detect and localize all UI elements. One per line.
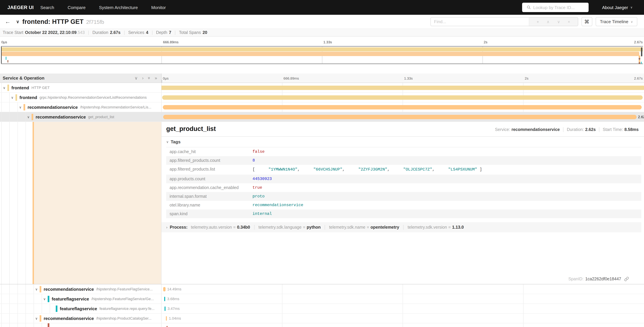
span-detail-main: get_product_list Service:recommendations…	[162, 122, 644, 284]
json-string: "1YMWWN1N4O"	[268, 167, 298, 172]
process-value: python	[307, 225, 321, 230]
find-controls: ⌖ ∧ ∨ ×	[529, 18, 578, 26]
minimap-range-handle-right[interactable]	[641, 47, 642, 56]
span-row-recommendation-list[interactable]: ∨ recommendationservice /hipstershop.Rec…	[0, 102, 644, 112]
span-row-frontend-grpc[interactable]: ∨ frontend grpc.hipstershop.Recommendati…	[0, 93, 644, 102]
trace-summary-bar: Trace Start October 22 2022, 22:10:09 .5…	[0, 28, 644, 36]
span-bar-cell[interactable]	[162, 323, 644, 327]
find-next-icon[interactable]: ∨	[557, 19, 560, 24]
span-bar-cell[interactable]: 1.04ms	[162, 314, 644, 323]
nav-item-search[interactable]: Search	[34, 5, 61, 10]
span-detail-panel: get_product_list Service:recommendations…	[0, 122, 644, 284]
tag-key: app.filtered_products.list	[170, 167, 252, 172]
summary-value: 7	[169, 30, 171, 35]
back-button[interactable]: ←	[0, 18, 16, 25]
span-bar-cell[interactable]: 2.62s	[162, 112, 644, 122]
span-bar[interactable]	[163, 105, 642, 110]
expand-one-icon[interactable]: ›	[142, 76, 144, 80]
tag-key: span.kind	[170, 212, 252, 216]
minimap-canvas[interactable]	[1, 46, 643, 64]
span-collapse-icon[interactable]: ∨	[2, 86, 7, 90]
trace-minimap: 0μs 666.89ms 1.33s 2s 2.67s	[0, 36, 644, 66]
service-color-bar	[24, 104, 25, 110]
about-jaeger-label: About Jaeger	[602, 5, 628, 10]
find-input[interactable]	[430, 18, 529, 26]
span-bar[interactable]	[166, 326, 168, 327]
expand-all-icon[interactable]: »	[155, 76, 157, 80]
span-row-partial[interactable]	[0, 323, 644, 327]
span-collapse-icon[interactable]: ∨	[42, 297, 47, 301]
minimap-span-tick	[639, 62, 640, 64]
operation-name: /hipstershop.ProductCatalogSer...	[96, 316, 152, 320]
trace-id-lookup-input[interactable]	[533, 5, 586, 10]
summary-value: 2.67s	[110, 30, 120, 35]
nav-item-system-architecture[interactable]: System Architecture	[92, 5, 144, 10]
tag-value: true	[252, 185, 638, 190]
find-target-icon[interactable]: ⌖	[537, 19, 539, 24]
span-collapse-icon[interactable]: ∨	[10, 96, 15, 99]
timeline-header: Service & Operation ∨ › » » ∥ 0μs 666.89…	[0, 74, 644, 83]
collapse-all-icon[interactable]: »	[146, 77, 152, 79]
about-jaeger-menu[interactable]: About Jaeger ∨	[602, 5, 632, 10]
service-name: frontend	[20, 95, 37, 100]
span-row-frontend-http-get[interactable]: ∨ frontend HTTP GET	[0, 83, 644, 93]
span-bar[interactable]	[162, 86, 644, 90]
nav-item-monitor[interactable]: Monitor	[144, 5, 172, 10]
process-value: opentelemetry	[370, 225, 399, 230]
json-string: "OLJCESPC7Z"	[403, 167, 432, 172]
span-bar-cell[interactable]	[162, 102, 644, 112]
find-prev-icon[interactable]: ∧	[547, 19, 550, 24]
tick-label: 1.33s	[323, 40, 332, 44]
operation-name: /hipstershop.FeatureFlagService/Ge...	[92, 297, 154, 301]
span-row-featureflag-get[interactable]: ∨ featureflagservice /hipstershop.Featur…	[0, 294, 644, 304]
minimap-span-tick	[641, 62, 642, 64]
span-bar[interactable]	[163, 115, 636, 119]
minimap-span-frontend-grpc	[2, 52, 639, 56]
app-brand[interactable]: JAEGER UI	[8, 5, 34, 10]
span-bar[interactable]	[166, 316, 167, 320]
span-row-get-product-list[interactable]: ∨ recommendationservice get_product_list…	[0, 112, 644, 122]
span-collapse-icon[interactable]: ∨	[18, 105, 23, 109]
indent-guides	[0, 112, 26, 122]
collapse-one-icon[interactable]: ∨	[134, 76, 138, 80]
trace-view-select[interactable]: Trace Timeline ∨	[596, 17, 637, 26]
link-icon[interactable]	[624, 277, 629, 281]
trace-collapse-icon[interactable]: ∨	[16, 19, 19, 24]
trace-title-text: frontend: HTTP GET	[22, 18, 84, 25]
top-nav: JAEGER UI Search Compare System Architec…	[0, 0, 644, 15]
tag-value: internal	[252, 212, 638, 216]
minimap-range-handle-left[interactable]	[1, 47, 2, 64]
span-bar[interactable]	[164, 297, 165, 301]
indent-guides	[0, 102, 18, 112]
span-bar-cell[interactable]: 14.49ms	[162, 284, 644, 294]
summary-value: 4	[146, 30, 148, 35]
span-row-featureflag-repo-query[interactable]: featureflagservice featureflagservice.re…	[0, 304, 644, 314]
span-row-reco-featureflag[interactable]: ∨ recommendationservice /hipstershop.Fea…	[0, 284, 644, 294]
tags-section-toggle[interactable]: ∨ Tags	[162, 137, 644, 146]
span-bar-cell[interactable]: 3.47ms	[162, 304, 644, 313]
process-section-toggle[interactable]: › Process: telemetry.auto.version=0.34b0…	[162, 222, 641, 232]
span-row-reco-productcatalog[interactable]: ∨ recommendationservice /hipstershop.Pro…	[0, 314, 644, 323]
service-operation-header: Service & Operation ∨ › » » ∥	[0, 74, 162, 82]
tag-value-list: [ "1YMWWN1N4O", "66VCHSJNUP", "2ZYFJ3GM2…	[252, 167, 638, 172]
column-resizer[interactable]: ∥	[161, 80, 162, 83]
span-bar[interactable]	[163, 287, 166, 292]
process-value: 0.34b0	[237, 225, 250, 230]
operation-name: /hipstershop.FeatureFlagService...	[96, 287, 152, 291]
span-bar-cell[interactable]: 3.68ms	[162, 294, 644, 304]
span-collapse-icon[interactable]: ∨	[34, 316, 39, 320]
span-bar[interactable]	[162, 95, 642, 100]
find-clear-icon[interactable]: ×	[568, 19, 570, 24]
span-collapse-icon[interactable]: ∨	[34, 287, 39, 291]
span-bar-cell[interactable]	[162, 83, 644, 92]
meta-label: Service:	[495, 127, 510, 132]
span-collapse-icon[interactable]: ∨	[26, 115, 31, 119]
tag-key: otel.library.name	[170, 203, 252, 208]
indent-guides	[0, 93, 10, 102]
minimap-span-tick	[6, 57, 6, 60]
keyboard-shortcuts-button[interactable]: ⌘	[582, 17, 592, 26]
span-bar[interactable]	[164, 306, 166, 311]
indent-guides	[0, 284, 34, 294]
nav-item-compare[interactable]: Compare	[61, 5, 92, 10]
span-bar-cell[interactable]	[162, 93, 644, 102]
